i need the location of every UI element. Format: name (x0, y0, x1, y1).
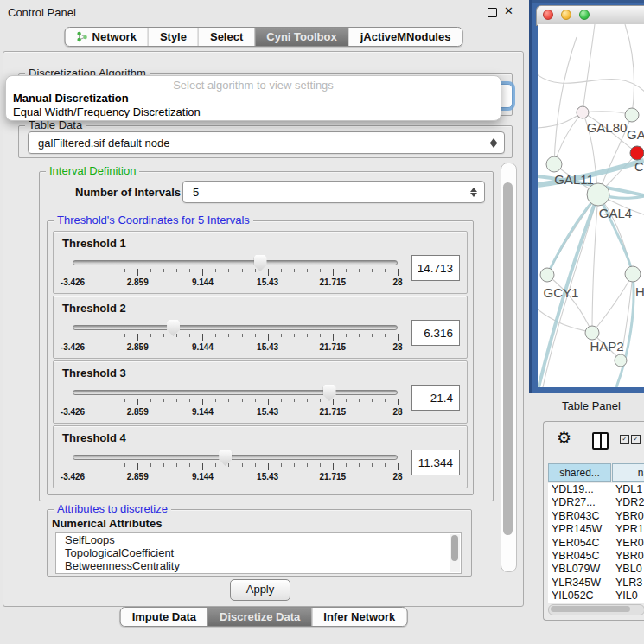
tab-cyni-toolbox[interactable]: Cyni Toolbox (254, 28, 348, 46)
threshold-slider[interactable]: -3.4262.8599.14415.4321.71528 (73, 254, 398, 290)
tick-mark (86, 463, 86, 467)
tick-mark (346, 334, 347, 337)
slider-track[interactable] (73, 455, 398, 460)
table-hscroll-thumb[interactable] (551, 606, 630, 612)
tab-discretize-data[interactable]: Discretize Data (207, 608, 311, 626)
tick-mark (228, 463, 229, 467)
node-pink[interactable] (577, 106, 589, 118)
attributes-scrollbar[interactable] (450, 534, 460, 572)
node-top-green[interactable] (625, 108, 639, 122)
table-row[interactable]: YPR145WYPR1 (548, 523, 644, 536)
table-row[interactable]: YLR345WYLR3 (548, 577, 644, 590)
tab-select[interactable]: Select (198, 28, 254, 46)
apply-button[interactable]: Apply (230, 579, 290, 601)
node-gal11[interactable] (546, 156, 562, 172)
node-label: HAP2 (590, 339, 623, 354)
tick-mark (176, 334, 177, 337)
node-hap2[interactable] (585, 326, 599, 340)
threshold-title: Threshold 4 (62, 431, 126, 444)
tick-mark (202, 463, 203, 470)
tick-mark (320, 269, 321, 272)
attribute-list-item[interactable]: SelfLoops (56, 533, 461, 546)
tab-jactivemnodules[interactable]: jActiveMNodules (348, 28, 462, 46)
slider-ticks (73, 334, 398, 341)
panel-scrollbar[interactable] (501, 163, 517, 572)
table-column-header[interactable]: na (612, 463, 644, 482)
minimize-traffic-light-icon[interactable] (561, 10, 571, 20)
show-columns-icon[interactable] (592, 432, 609, 450)
table-cell: YPR145W (552, 523, 602, 535)
panel-scrollbar-thumb[interactable] (503, 182, 513, 535)
threshold-slider[interactable]: -3.4262.8599.14415.4321.71528 (73, 384, 398, 420)
threshold-value-field[interactable]: 14.713 (411, 255, 460, 281)
tick-label: 21.715 (320, 277, 347, 287)
threshold-value-field[interactable]: 21.4 (411, 385, 460, 411)
table-row[interactable]: YBL079WYBL0 (548, 563, 644, 576)
table-horizontal-scrollbar[interactable] (548, 604, 644, 615)
table-panel-window: ⚙ ✓✓ shared...na YDL19...YDL1YDR27...YDR… (543, 421, 644, 621)
threshold-value-field[interactable]: 6.316 (411, 320, 460, 346)
tick-label: 15.43 (257, 277, 278, 287)
table-row[interactable]: YIL052CYIL0 (548, 590, 644, 603)
slider-track[interactable] (73, 325, 398, 330)
tick-label: 21.715 (320, 342, 347, 352)
tick-mark (359, 269, 360, 272)
table-row[interactable]: YBR043CYBR0 (548, 510, 644, 523)
node-bottom[interactable] (615, 354, 627, 367)
number-of-intervals-combobox[interactable]: 5 (182, 181, 485, 203)
tick-mark (385, 463, 386, 467)
tick-mark (372, 463, 373, 467)
attribute-list-item[interactable]: TopologicalCoefficient (56, 546, 461, 559)
table-header-row: shared...na (548, 463, 644, 482)
zoom-traffic-light-icon[interactable] (579, 10, 590, 20)
tick-label: 15.43 (257, 407, 278, 417)
tick-label: 15.43 (257, 472, 278, 481)
table-row[interactable]: YER054CYER0 (548, 537, 644, 550)
threshold-value-field[interactable]: 11.344 (411, 450, 460, 475)
table-row[interactable]: YDR27...YDR2 (548, 496, 644, 509)
tick-mark (398, 463, 399, 470)
tick-mark (333, 399, 334, 405)
close-traffic-light-icon[interactable] (543, 10, 553, 20)
tick-mark (202, 334, 203, 341)
tab-infer-network[interactable]: Infer Network (311, 608, 406, 626)
node-h[interactable] (625, 266, 641, 282)
numerical-attributes-list[interactable]: SelfLoopsTopologicalCoefficientBetweenne… (55, 532, 462, 574)
table-row[interactable]: YBR045CYBR0 (548, 550, 644, 563)
attributes-group: Attributes to discretize Numerical Attri… (47, 509, 472, 577)
tick-mark (294, 334, 295, 337)
node-gcy1[interactable] (540, 268, 554, 282)
table-row[interactable]: YDL19...YDL1 (548, 483, 644, 496)
algorithm-option-equal-width[interactable]: Equal Width/Frequency Discretization (6, 105, 501, 119)
tick-mark (112, 399, 112, 402)
tick-mark (398, 334, 399, 341)
table-settings-gear-icon[interactable]: ⚙ (557, 429, 571, 448)
tick-mark (346, 269, 347, 272)
threshold-slider[interactable]: -3.4262.8599.14415.4321.71528 (73, 319, 398, 355)
tick-mark (215, 399, 216, 402)
threshold-slider[interactable]: -3.4262.8599.14415.4321.71528 (73, 449, 398, 485)
select-columns-icon[interactable]: ✓✓ (620, 435, 641, 444)
algorithm-option-manual[interactable]: Manual Discretization (6, 92, 501, 105)
tab-impute-data[interactable]: Impute Data (121, 608, 207, 626)
table-data-group: Table Data galFiltered.sif default node (18, 125, 513, 158)
tab-network[interactable]: Network (66, 28, 148, 46)
close-window-icon[interactable]: ✕ (504, 4, 513, 17)
tick-mark (86, 334, 86, 337)
tick-label: -3.426 (61, 407, 85, 417)
tick-label: -3.426 (61, 342, 85, 352)
tick-mark (372, 399, 373, 402)
table-data-combobox[interactable]: galFiltered.sif default node (28, 131, 505, 154)
float-window-icon[interactable] (488, 8, 497, 17)
tab-style[interactable]: Style (148, 28, 198, 46)
attribute-list-item[interactable]: BetweennessCentrality (56, 559, 461, 572)
slider-track[interactable] (73, 260, 398, 265)
slider-track[interactable] (73, 390, 398, 395)
table-column-header[interactable]: shared... (548, 463, 611, 482)
tick-mark (268, 269, 269, 276)
tick-mark (398, 399, 399, 405)
node-red[interactable] (630, 146, 644, 160)
network-window-titlebar[interactable] (536, 5, 644, 26)
network-canvas[interactable]: GAL80GACGAL11GAL4GCY1HHAP2 (538, 24, 644, 387)
table-cell: YBL0 (615, 563, 642, 575)
